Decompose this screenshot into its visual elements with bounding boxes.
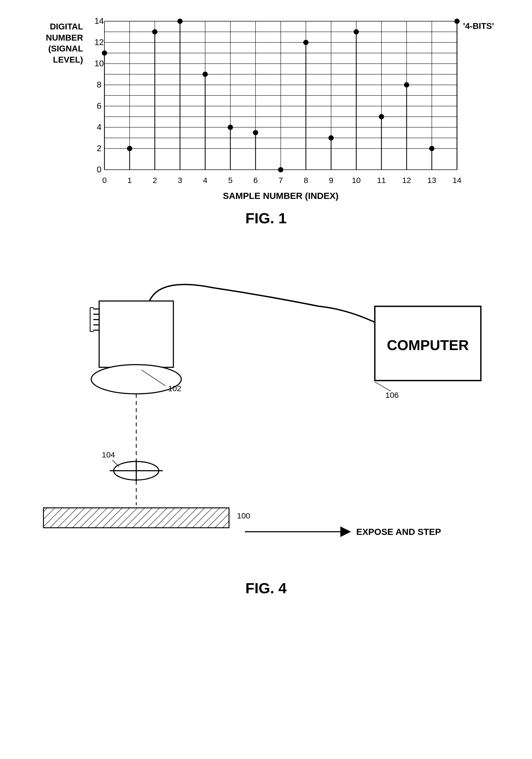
svg-text:0: 0 (97, 165, 101, 174)
bits-label: '4-BITS' (463, 21, 494, 31)
svg-text:12: 12 (95, 37, 104, 47)
fig4-section: COMPUTER 102 106 104 (21, 280, 511, 597)
svg-text:8: 8 (304, 176, 308, 184)
svg-point-56 (127, 146, 132, 151)
svg-point-73 (354, 29, 359, 34)
fig4-svg: COMPUTER 102 106 104 (27, 280, 505, 572)
fig4-caption: FIG. 4 (246, 579, 287, 597)
chart-area: DIGITAL NUMBER (SIGNAL LEVEL) (41, 16, 491, 202)
svg-point-60 (177, 19, 183, 24)
svg-text:7: 7 (278, 176, 283, 184)
svg-text:2: 2 (97, 143, 101, 153)
svg-text:6: 6 (253, 176, 258, 184)
svg-text:104: 104 (102, 450, 115, 459)
svg-text:EXPOSE AND STEP: EXPOSE AND STEP (356, 527, 441, 537)
svg-point-79 (429, 146, 435, 151)
svg-point-66 (253, 130, 258, 135)
svg-point-71 (328, 135, 334, 140)
svg-rect-107 (44, 508, 229, 528)
svg-text:9: 9 (329, 176, 333, 184)
svg-text:SAMPLE NUMBER (INDEX): SAMPLE NUMBER (INDEX) (223, 191, 338, 201)
svg-text:6: 6 (97, 101, 101, 111)
svg-text:4: 4 (97, 122, 101, 132)
fig1-caption: FIG. 1 (246, 210, 287, 227)
svg-point-58 (152, 29, 158, 34)
svg-text:14: 14 (452, 176, 461, 184)
svg-line-102 (112, 460, 119, 467)
chart-wrapper: 0 2 4 6 8 10 12 14 0 1 2 3 4 5 6 7 (89, 16, 491, 202)
svg-text:100: 100 (237, 511, 250, 520)
svg-text:10: 10 (352, 176, 361, 184)
svg-text:4: 4 (203, 176, 207, 184)
svg-text:14: 14 (95, 16, 104, 26)
svg-text:13: 13 (427, 176, 436, 184)
svg-text:COMPUTER: COMPUTER (387, 337, 469, 353)
svg-text:11: 11 (377, 176, 386, 184)
svg-point-62 (203, 72, 208, 77)
diagram-area: COMPUTER 102 106 104 (27, 280, 505, 572)
svg-text:0: 0 (102, 176, 106, 184)
svg-point-81 (454, 19, 460, 24)
svg-text:10: 10 (95, 59, 104, 68)
svg-text:102: 102 (168, 384, 181, 393)
y-axis-label: DIGITAL NUMBER (SIGNAL LEVEL) (41, 16, 89, 65)
svg-marker-110 (340, 526, 351, 537)
svg-text:1: 1 (127, 176, 132, 184)
svg-point-91 (91, 365, 181, 394)
page-container: DIGITAL NUMBER (SIGNAL LEVEL) (0, 0, 532, 759)
svg-text:8: 8 (97, 80, 101, 89)
svg-text:3: 3 (177, 176, 182, 184)
svg-point-67 (278, 167, 284, 172)
svg-point-77 (404, 82, 409, 88)
svg-text:106: 106 (385, 391, 399, 399)
svg-point-69 (303, 40, 309, 45)
svg-point-75 (379, 114, 384, 119)
fig1-section: DIGITAL NUMBER (SIGNAL LEVEL) (21, 16, 511, 227)
svg-rect-82 (99, 301, 173, 367)
svg-point-64 (228, 125, 233, 130)
svg-text:5: 5 (228, 176, 233, 184)
chart-svg: 0 2 4 6 8 10 12 14 0 1 2 3 4 5 6 7 (89, 16, 473, 202)
svg-point-54 (102, 50, 107, 56)
svg-text:2: 2 (152, 176, 157, 184)
svg-text:12: 12 (402, 176, 411, 184)
svg-line-96 (375, 382, 391, 391)
